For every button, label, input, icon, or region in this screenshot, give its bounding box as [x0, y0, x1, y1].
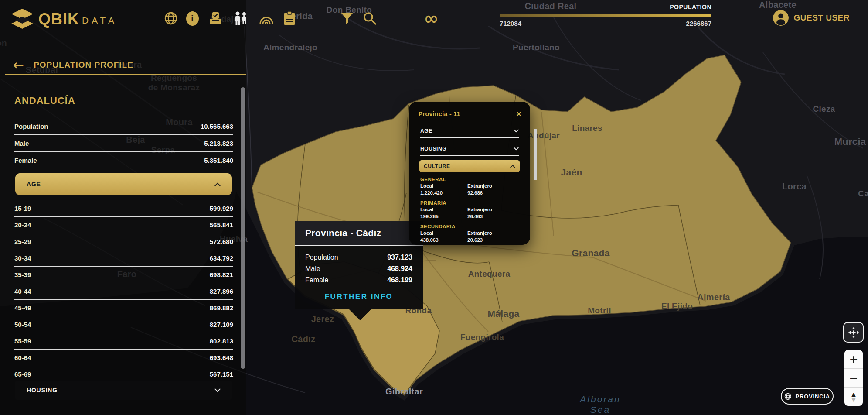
- culture-group-title: GENERAL: [420, 177, 519, 182]
- search-icon[interactable]: [361, 10, 378, 27]
- map-city-label: Fuengirola: [460, 333, 504, 342]
- age-value: 634.792: [210, 254, 233, 262]
- chevron-down-icon: [214, 388, 221, 392]
- population-filter: POPULATION 712084 2266867: [500, 3, 711, 27]
- infinity-icon[interactable]: ∞: [422, 10, 440, 27]
- tooltip-title: Provincia - Cádiz: [295, 221, 423, 246]
- tooltip-stat-label: Female: [305, 276, 328, 284]
- map-city-label: Lorca: [782, 182, 807, 192]
- age-row: 60-64 693.648: [14, 350, 233, 366]
- stat-label: Population: [14, 123, 48, 130]
- age-row: 30-34 634.792: [14, 250, 233, 267]
- population-slider-track[interactable]: [500, 14, 711, 17]
- chevron-down-icon: [514, 147, 519, 151]
- extranjero-label: Extranjero: [467, 230, 519, 236]
- stat-row: Female 5.351.840: [14, 152, 233, 168]
- panel-scrollbar[interactable]: [241, 87, 245, 369]
- age-row: 45-49 869.882: [14, 300, 233, 316]
- stat-row: Male 5.213.823: [14, 135, 233, 152]
- brand-name: QBIK: [38, 10, 79, 28]
- age-bracket: 20-24: [14, 221, 31, 229]
- tooltip-stat-value: 937.123: [387, 254, 412, 261]
- age-row: 50-54 827.109: [14, 316, 233, 333]
- culture-groups: GENERAL Local Extranjero 1.220.420 92.68…: [420, 177, 519, 243]
- age-row: 55-59 802.813: [14, 333, 233, 350]
- popup-housing-accordion[interactable]: HOUSING: [420, 142, 519, 156]
- tooltip-stat-value: 468.199: [387, 276, 412, 284]
- region-stats: Population 10.565.663 Male 5.213.823 Fem…: [14, 118, 233, 168]
- age-value: 567.151: [210, 370, 233, 378]
- housing-accordion[interactable]: HOUSING: [15, 381, 232, 400]
- tilt-button[interactable]: ▲ ▼: [844, 387, 863, 406]
- map-city-label: El Ejido: [661, 302, 693, 311]
- age-bracket: 30-34: [14, 254, 31, 262]
- provincia-layer-button[interactable]: PROVINCIA: [781, 388, 834, 405]
- app-root: Lisbon Setúbal Évora Reguengos de Monsar…: [0, 0, 868, 415]
- map-city-label: Almendralejo: [263, 43, 317, 52]
- age-value: 693.648: [210, 354, 233, 361]
- culture-group: PRIMARIA Local Extranjero 199.285 26.463: [420, 200, 519, 219]
- filter-icon[interactable]: [338, 10, 356, 27]
- age-bracket: 55-59: [14, 337, 31, 345]
- clipboard-icon[interactable]: [281, 10, 298, 27]
- age-value: 572.680: [210, 238, 233, 245]
- tooltip-stats: Population 937.123 Male 468.924 Female 4…: [303, 252, 414, 285]
- age-accordion[interactable]: AGE: [15, 173, 232, 195]
- map-city-label: Cartagena: [858, 189, 868, 199]
- chevron-up-icon: [214, 182, 221, 186]
- map-city-label: Alboran Sea: [580, 394, 620, 415]
- cadiz-tooltip: Provincia - Cádiz Population 937.123 Mal…: [295, 221, 423, 309]
- age-row: 65-69 567.151: [14, 366, 233, 382]
- globe-icon[interactable]: [162, 10, 180, 27]
- map-city-label: Puertollano: [513, 43, 560, 52]
- map-city-label: Antequera: [468, 269, 511, 279]
- map-city-label: Granada: [572, 248, 609, 258]
- zoom-in-button[interactable]: +: [844, 350, 863, 368]
- age-bracket: 50-54: [14, 321, 31, 328]
- zoom-out-button[interactable]: −: [844, 368, 863, 387]
- extranjero-label: Extranjero: [467, 183, 519, 189]
- map-city-label: Jerez: [311, 314, 334, 324]
- back-button[interactable]: ←: [13, 58, 24, 72]
- title-underline: [5, 74, 246, 75]
- stat-value: 5.351.840: [204, 157, 233, 164]
- close-icon[interactable]: ×: [516, 110, 521, 118]
- culture-group-title: PRIMARIA: [420, 200, 519, 206]
- popup-age-accordion[interactable]: AGE: [420, 124, 519, 138]
- age-row: 35-39 698.821: [14, 267, 233, 283]
- zoom-control: + − ▲ ▼: [844, 350, 863, 406]
- stat-label: Male: [14, 140, 29, 147]
- local-value: 1.220.420: [420, 190, 467, 195]
- tooltip-stat-row: Female 468.199: [303, 274, 414, 285]
- tooltip-pointer: [349, 309, 371, 320]
- age-bracket: 65-69: [14, 370, 31, 378]
- ballot-icon[interactable]: [207, 10, 224, 27]
- popup-scrollbar[interactable]: [534, 129, 537, 180]
- further-info-link[interactable]: FURTHER INFO: [303, 292, 414, 301]
- info-icon[interactable]: i: [184, 10, 201, 27]
- local-label: Local: [420, 230, 467, 236]
- user-menu[interactable]: GUEST USER: [773, 10, 850, 26]
- tooltip-stat-row: Population 937.123: [303, 252, 414, 263]
- popup-culture-accordion[interactable]: CULTURE: [419, 160, 520, 172]
- population-filter-label: POPULATION: [500, 3, 711, 10]
- brand-logo[interactable]: QBIK DATA: [9, 7, 117, 31]
- rainbow-icon[interactable]: [258, 10, 275, 27]
- extranjero-value: 20.623: [467, 237, 519, 243]
- extranjero-label: Extranjero: [467, 207, 519, 212]
- map-city-label: Andújar: [528, 131, 560, 141]
- culture-group-title: SECUNDARIA: [420, 224, 519, 229]
- extranjero-value: 26.463: [467, 214, 519, 219]
- user-name: GUEST USER: [793, 13, 850, 23]
- pan-control-button[interactable]: [843, 322, 864, 343]
- stat-value: 5.213.823: [204, 140, 233, 147]
- people-icon[interactable]: [232, 10, 249, 27]
- tooltip-stat-label: Male: [305, 265, 320, 273]
- user-avatar-icon: [773, 10, 789, 26]
- tooltip-stat-label: Population: [305, 254, 338, 261]
- local-value: 199.285: [420, 214, 467, 219]
- age-bracket: 60-64: [14, 354, 31, 361]
- provincia-button-label: PROVINCIA: [796, 393, 830, 400]
- population-min-value: 712084: [500, 20, 521, 27]
- brand-suffix: DATA: [82, 15, 117, 26]
